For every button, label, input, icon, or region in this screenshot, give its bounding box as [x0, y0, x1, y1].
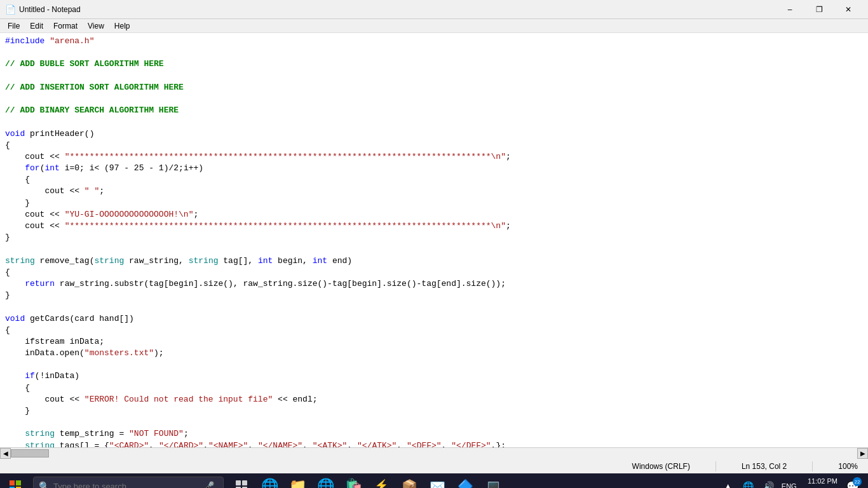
internet-explorer-icon[interactable]: 🌐: [313, 473, 338, 488]
minimize-button[interactable]: –: [775, 0, 804, 19]
maximize-button[interactable]: ❐: [804, 0, 834, 19]
titlebar: 📄 Untitled - Notepad – ❐ ✕: [0, 0, 868, 19]
tray-up-arrow[interactable]: ▲: [721, 478, 736, 488]
cursor-position: Ln 153, Col 2: [742, 462, 787, 471]
microphone-icon[interactable]: 🎤: [203, 481, 214, 488]
search-input[interactable]: [53, 482, 200, 489]
dropbox-icon[interactable]: 📦: [397, 473, 422, 488]
store-icon[interactable]: 🛍️: [341, 473, 366, 488]
scroll-left-button[interactable]: ◀: [0, 448, 11, 459]
encoding-status: Windows (CRLF): [632, 462, 690, 471]
menu-view[interactable]: View: [83, 19, 109, 32]
menu-format[interactable]: Format: [48, 19, 83, 32]
misc-app-icon[interactable]: 💻: [480, 473, 506, 488]
menubar: File Edit Format View Help: [0, 19, 868, 33]
language-indicator[interactable]: ENG: [782, 478, 797, 488]
titlebar-controls: – ❐ ✕: [775, 0, 863, 19]
network-icon[interactable]: 🌐: [741, 478, 756, 488]
notification-center[interactable]: 💬 22: [843, 476, 863, 488]
close-button[interactable]: ✕: [834, 0, 863, 19]
notepad-icon: 📄: [5, 4, 15, 15]
file-explorer-icon[interactable]: 📁: [285, 473, 310, 488]
svg-rect-5: [242, 480, 247, 485]
edge-icon[interactable]: 🌐: [257, 473, 282, 488]
system-tray: ▲ 🌐 🔊 ENG 11:02 PM 2020-02-16 💬 22: [715, 473, 868, 488]
scroll-right-button[interactable]: ▶: [857, 448, 868, 459]
start-button[interactable]: [0, 473, 31, 488]
notepad-taskbar-icon[interactable]: ⚡: [369, 473, 394, 488]
svg-rect-0: [10, 480, 15, 485]
statusbar: Windows (CRLF) Ln 153, Col 2 100%: [0, 458, 868, 473]
mail-icon[interactable]: ✉️: [424, 473, 450, 488]
menu-help[interactable]: Help: [109, 19, 135, 32]
clock-time: 11:02 PM: [802, 477, 837, 486]
svg-rect-1: [16, 480, 21, 485]
notification-count: 22: [853, 477, 862, 486]
taskbar-app-icons: 🌐 📁 🌐 🛍️ ⚡ 📦 ✉️ 🔷 💻: [229, 473, 506, 488]
horizontal-scrollbar[interactable]: ◀ ▶: [0, 447, 868, 458]
svg-rect-4: [236, 480, 241, 485]
status-divider-2: [812, 461, 813, 471]
status-divider-1: [715, 461, 716, 471]
search-bar[interactable]: 🔍 🎤: [33, 477, 224, 488]
taskbar: 🔍 🎤 🌐 📁 🌐 🛍️ ⚡ 📦 ✉️ 🔷 💻: [0, 473, 868, 488]
menu-edit[interactable]: Edit: [25, 19, 48, 32]
system-clock[interactable]: 11:02 PM 2020-02-16: [802, 477, 837, 488]
zoom-level: 100%: [838, 462, 858, 471]
volume-icon[interactable]: 🔊: [761, 478, 776, 488]
editor-content: #include "arena.h" // ADD BUBLE SORT ALG…: [0, 33, 868, 447]
titlebar-left: 📄 Untitled - Notepad: [5, 4, 81, 15]
task-view-button[interactable]: [229, 473, 254, 488]
visual-studio-icon[interactable]: 🔷: [452, 473, 478, 488]
search-icon: 🔍: [39, 481, 50, 488]
window-title: Untitled - Notepad: [19, 5, 81, 14]
editor-container[interactable]: #include "arena.h" // ADD BUBLE SORT ALG…: [0, 33, 868, 447]
menu-file[interactable]: File: [3, 19, 25, 32]
